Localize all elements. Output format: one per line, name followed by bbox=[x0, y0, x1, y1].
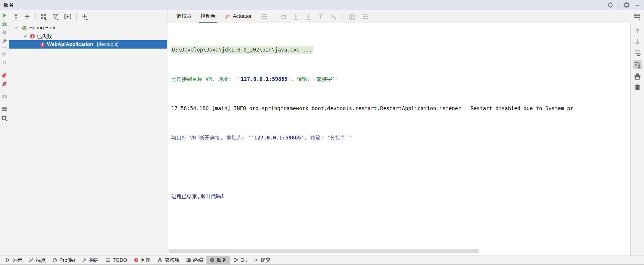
scroll-to-end-icon[interactable] bbox=[633, 60, 642, 69]
prev-occurrence-icon[interactable] bbox=[634, 27, 641, 34]
step-into-icon[interactable] bbox=[292, 13, 299, 20]
console-text: ', 传输: '套接字'' bbox=[288, 76, 338, 82]
console-ip: 127.0.0.1:59865 bbox=[254, 135, 301, 141]
filter-icon[interactable] bbox=[52, 13, 59, 20]
toolwindow-label: 提交 bbox=[260, 257, 270, 264]
soft-wrap-icon[interactable] bbox=[634, 49, 641, 56]
tab-label: Actuator bbox=[233, 13, 251, 19]
evaluate-expression-icon[interactable] bbox=[349, 13, 356, 20]
run-toolbar bbox=[0, 10, 9, 256]
chevron-down-icon[interactable] bbox=[22, 33, 28, 39]
profiler-icon bbox=[52, 258, 57, 263]
folded-command-text[interactable]: D:\Develop\Java\jdk1.8.0_202\bin\java.ex… bbox=[171, 46, 313, 54]
tree-item-label: 已失败 bbox=[37, 33, 52, 40]
chevron-down-icon[interactable] bbox=[14, 25, 20, 30]
resume-button[interactable] bbox=[1, 51, 7, 57]
toolwindow-label: 依赖项 bbox=[164, 257, 180, 264]
services-tree: Spring Boot 已失败 WebApiApplication bbox=[9, 23, 167, 256]
console-text: 进程已结束,退出代码1 bbox=[171, 193, 224, 199]
add-service-frame-icon[interactable] bbox=[64, 13, 72, 20]
pause-button[interactable] bbox=[1, 60, 7, 65]
tree-row-failed[interactable]: 已失败 bbox=[9, 32, 167, 40]
toolwindow-todo[interactable]: TODO bbox=[102, 256, 130, 264]
add-icon[interactable] bbox=[81, 13, 88, 20]
main-area: Spring Boot 已失败 WebApiApplication bbox=[0, 10, 644, 256]
tree-row-spring-boot[interactable]: Spring Boot bbox=[9, 24, 167, 32]
next-occurrence-icon[interactable] bbox=[634, 38, 641, 45]
toolbar-divider bbox=[1, 69, 7, 69]
toolwindow-label: 构建 bbox=[89, 257, 99, 264]
tab-label: 控制台 bbox=[201, 13, 216, 20]
dependencies-icon bbox=[157, 258, 162, 263]
collapse-all-icon[interactable] bbox=[24, 13, 30, 20]
tab-debugger[interactable]: 调试器 bbox=[175, 10, 193, 23]
tree-item-label: Spring Boot bbox=[29, 25, 56, 31]
console-toolbar: 调试器 控制台 Actuator bbox=[167, 10, 644, 23]
clear-all-icon[interactable] bbox=[634, 84, 641, 91]
toolwindow-profiler[interactable]: Profiler bbox=[49, 256, 79, 264]
endpoints-icon bbox=[29, 258, 34, 263]
tab-label: 调试器 bbox=[177, 13, 192, 20]
force-step-into-icon[interactable] bbox=[305, 13, 312, 20]
console-line-blank bbox=[171, 162, 630, 172]
settings-gear-icon[interactable] bbox=[623, 2, 630, 8]
toolwindow-label: 端点 bbox=[36, 257, 46, 264]
build-hammer-icon bbox=[82, 258, 87, 263]
toolbar-divider bbox=[274, 13, 274, 20]
tree-item-suffix: [devtools] bbox=[97, 41, 119, 47]
console-text: 17:58:54.180 [main] INFO org.springframe… bbox=[171, 105, 573, 111]
toolwindow-commit[interactable]: 提交 bbox=[250, 256, 274, 264]
toolwindow-problems[interactable]: 问题 bbox=[130, 256, 154, 264]
print-icon[interactable] bbox=[634, 73, 641, 80]
restore-layout-icon[interactable] bbox=[633, 13, 641, 20]
tree-row-webapiapplication[interactable]: WebApiApplication [devtools] bbox=[9, 40, 167, 49]
tab-actuator[interactable]: Actuator bbox=[223, 10, 253, 23]
layout-settings-icon[interactable] bbox=[362, 13, 369, 20]
toolwindow-build[interactable]: 构建 bbox=[79, 256, 102, 264]
error-icon bbox=[30, 33, 35, 39]
layout-icon[interactable] bbox=[1, 106, 7, 112]
locate-icon[interactable] bbox=[607, 2, 614, 8]
toolwindow-services[interactable]: 服务 bbox=[206, 256, 230, 264]
tree-item-label: WebApiApplication bbox=[47, 41, 93, 47]
toolwindow-git[interactable]: Git bbox=[230, 256, 250, 264]
toolbar-divider bbox=[35, 13, 35, 20]
horizontal-scrollbar[interactable] bbox=[169, 249, 479, 253]
toolbar-divider bbox=[1, 47, 7, 48]
group-by-icon[interactable] bbox=[40, 13, 47, 20]
toolwindow-label: 终端 bbox=[193, 257, 203, 264]
todo-list-icon bbox=[106, 258, 111, 263]
layout-menu-icon[interactable] bbox=[261, 13, 268, 20]
expand-all-icon[interactable] bbox=[13, 13, 19, 20]
edit-configuration-icon[interactable] bbox=[1, 38, 7, 44]
strip-settings-icon[interactable] bbox=[1, 115, 8, 121]
toolwindow-run[interactable]: 运行 bbox=[2, 256, 25, 264]
git-branch-icon bbox=[233, 258, 238, 263]
toolwindow-label: TODO bbox=[113, 257, 127, 263]
toolwindow-endpoints[interactable]: 端点 bbox=[25, 256, 49, 264]
mute-breakpoints-icon[interactable] bbox=[1, 81, 7, 87]
toolbar-divider bbox=[1, 103, 7, 103]
run-toolwindow-icon bbox=[5, 258, 10, 263]
tool-window-header: 服务 bbox=[0, 0, 644, 10]
step-over-icon[interactable] bbox=[280, 13, 287, 20]
tree-toolbar bbox=[9, 10, 167, 23]
toolwindow-label: 问题 bbox=[141, 257, 151, 264]
toolwindow-terminal[interactable]: 终端 bbox=[183, 256, 206, 264]
screenshot-icon[interactable] bbox=[1, 94, 7, 99]
toolwindow-dependencies[interactable]: 依赖项 bbox=[154, 256, 183, 264]
stop-button[interactable] bbox=[1, 30, 7, 36]
console-panel: 调试器 控制台 Actuator bbox=[167, 10, 644, 256]
run-button[interactable] bbox=[1, 12, 7, 18]
toolwindow-label: 服务 bbox=[217, 257, 227, 264]
tab-console[interactable]: 控制台 bbox=[199, 10, 217, 23]
console-right-toolbar bbox=[630, 23, 644, 256]
run-to-cursor-icon[interactable] bbox=[330, 13, 337, 20]
hide-icon[interactable] bbox=[635, 2, 640, 8]
toolbar-divider bbox=[343, 13, 343, 20]
console-text: 与目标 VM 断开连接, 地址为: '' bbox=[171, 135, 254, 141]
thread-dump-icon[interactable] bbox=[1, 72, 7, 78]
debug-button[interactable] bbox=[1, 21, 7, 27]
toolbar-divider bbox=[76, 13, 77, 20]
step-out-icon[interactable] bbox=[317, 13, 324, 20]
